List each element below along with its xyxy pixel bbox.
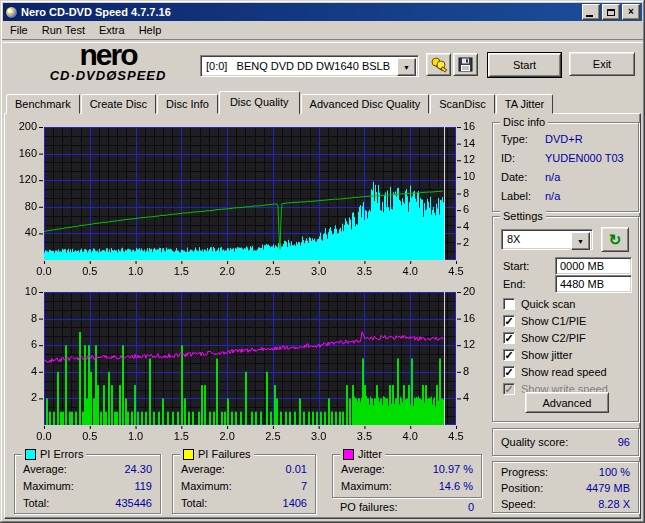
- disc-id-value: YUDEN000 T03: [545, 152, 630, 164]
- quality-score-label: Quality score:: [501, 436, 568, 448]
- start-position-label: Start:: [503, 260, 529, 272]
- tools-icon: [430, 56, 448, 73]
- refresh-button[interactable]: ↻: [601, 227, 629, 252]
- disc-date-label: Date:: [501, 171, 527, 183]
- menubar: FileRun TestExtraHelp: [3, 21, 642, 39]
- window-title: Nero CD-DVD Speed 4.7.7.16: [21, 6, 582, 18]
- show-write-speed-checkbox: ✓: [503, 383, 515, 395]
- nero-logo-text: nero: [18, 42, 198, 68]
- tab-disc-quality[interactable]: Disc Quality: [219, 91, 300, 114]
- cdspeed-logo-text: CD·DVDØSPEED: [18, 68, 198, 83]
- drive-selector-value: [0:0] BENQ DVD DD DW1640 BSLB: [206, 60, 390, 72]
- app-icon: [5, 6, 18, 19]
- drive-selector[interactable]: [0:0] BENQ DVD DD DW1640 BSLB ▼: [200, 55, 419, 77]
- drive-selector-dropdown-button[interactable]: ▼: [397, 58, 416, 76]
- minimize-icon: [586, 15, 593, 17]
- checkbox-row-show-c2-pif[interactable]: ✓Show C2/PIF: [503, 331, 586, 345]
- advanced-button-label: Advanced: [543, 397, 592, 409]
- tab-scandisc[interactable]: ScanDisc: [430, 94, 494, 114]
- pi-errors-chart: [6, 117, 484, 280]
- checkbox-row-quick-scan[interactable]: Quick scan: [503, 297, 575, 311]
- quality-score-box: Quality score: 96: [492, 428, 639, 456]
- pi-errors-total: 435446: [115, 497, 152, 509]
- close-icon: ×: [628, 7, 634, 17]
- show-c2-pif-checkbox[interactable]: ✓: [503, 332, 515, 344]
- menu-item-file[interactable]: File: [3, 22, 35, 38]
- pi-errors-title: PI Errors: [40, 448, 83, 460]
- disc-type-label: Type:: [501, 133, 528, 145]
- tab-ta-jitter[interactable]: TA Jitter: [496, 94, 554, 114]
- jitter-maximum-label: Maximum:: [341, 480, 392, 492]
- show-read-speed-checkbox[interactable]: ✓: [503, 366, 515, 378]
- pi-failures-maximum-label: Maximum:: [181, 480, 232, 492]
- progress-box: Progress: 100 % Position: 4479 MB Speed:…: [492, 461, 639, 513]
- pi-failures-average: 0.01: [286, 463, 307, 475]
- pi-errors-swatch: [25, 449, 36, 460]
- exit-button-label: Exit: [593, 58, 611, 70]
- pi-errors-stats-box: PI Errors Average:24.30 Maximum:119 Tota…: [14, 454, 161, 514]
- exit-button[interactable]: Exit: [569, 52, 635, 76]
- refresh-icon: ↻: [609, 231, 622, 249]
- menu-item-extra[interactable]: Extra: [92, 22, 132, 38]
- save-button[interactable]: [453, 53, 478, 76]
- pi-failures-total-label: Total:: [181, 497, 207, 509]
- progress-value: 100 %: [599, 466, 630, 478]
- end-position-label: End:: [503, 278, 526, 290]
- checkbox-row-show-jitter[interactable]: ✓Show jitter: [503, 348, 572, 362]
- pi-errors-maximum-label: Maximum:: [23, 480, 74, 492]
- position-label: Position:: [501, 482, 543, 494]
- start-button[interactable]: Start: [487, 52, 562, 78]
- menu-item-help[interactable]: Help: [132, 22, 169, 38]
- tab-disc-info[interactable]: Disc Info: [157, 94, 218, 114]
- disc-label-label: Label:: [501, 190, 531, 202]
- progress-label: Progress:: [501, 466, 548, 478]
- checkbox-row-show-read-speed[interactable]: ✓Show read speed: [503, 365, 607, 379]
- speed-value: 8.28 X: [598, 498, 630, 510]
- scan-speed-dropdown-button[interactable]: ▼: [571, 232, 590, 250]
- po-failures-value: 0: [468, 501, 474, 513]
- minimize-button[interactable]: [582, 4, 600, 20]
- menu-item-run-test[interactable]: Run Test: [35, 22, 92, 38]
- maximize-button[interactable]: [602, 4, 620, 20]
- disc-date-value: n/a: [545, 171, 630, 183]
- pi-failures-stats-box: PI Failures Average:0.01 Maximum:7 Total…: [172, 454, 316, 514]
- show-jitter-label: Show jitter: [521, 349, 572, 361]
- tab-create-disc[interactable]: Create Disc: [81, 94, 156, 114]
- pi-failures-total: 1406: [283, 497, 307, 509]
- pi-errors-average-label: Average:: [23, 463, 67, 475]
- advanced-button[interactable]: Advanced: [525, 392, 609, 413]
- quick-scan-label: Quick scan: [521, 298, 575, 310]
- jitter-title: Jitter: [358, 448, 382, 460]
- titlebar[interactable]: Nero CD-DVD Speed 4.7.7.16 ×: [3, 3, 642, 21]
- end-position-field[interactable]: 4480 MB: [555, 275, 632, 293]
- pi-failures-title: PI Failures: [198, 448, 251, 460]
- close-button[interactable]: ×: [622, 4, 640, 20]
- po-failures-row: PO failures: 0: [340, 501, 474, 513]
- tab-benchmark[interactable]: Benchmark: [6, 94, 80, 114]
- jitter-swatch: [343, 449, 354, 460]
- pi-errors-maximum: 119: [134, 480, 152, 492]
- tab-advanced-disc-quality[interactable]: Advanced Disc Quality: [301, 94, 430, 114]
- save-icon: [458, 57, 473, 72]
- show-read-speed-label: Show read speed: [521, 366, 607, 378]
- pi-failures-average-label: Average:: [181, 463, 225, 475]
- show-jitter-checkbox[interactable]: ✓: [503, 349, 515, 361]
- quality-score-value: 96: [618, 436, 630, 448]
- pi-failures-jitter-chart: [6, 282, 484, 445]
- start-button-label: Start: [488, 53, 561, 77]
- quick-scan-checkbox[interactable]: [503, 298, 515, 310]
- checkbox-row-show-c1-pie[interactable]: ✓Show C1/PIE: [503, 314, 586, 328]
- nero-logo: nero CD·DVDØSPEED: [18, 42, 198, 83]
- tools-button[interactable]: [426, 53, 451, 76]
- jitter-maximum: 14.6 %: [439, 480, 473, 492]
- chevron-down-icon: ▼: [577, 238, 584, 245]
- start-position-field[interactable]: 0000 MB: [555, 257, 632, 275]
- jitter-stats-box: Jitter Average:10.97 % Maximum:14.6 %: [332, 454, 482, 498]
- disc-info-title: Disc info: [500, 116, 548, 128]
- disc-info-groupbox: Disc info Type: DVD+R ID: YUDEN000 T03 D…: [492, 122, 639, 212]
- show-c1-pie-checkbox[interactable]: ✓: [503, 315, 515, 327]
- speed-label: Speed:: [501, 498, 536, 510]
- jitter-average: 10.97 %: [433, 463, 473, 475]
- scan-speed-select[interactable]: 8X ▼: [501, 229, 593, 250]
- chevron-down-icon: ▼: [403, 64, 410, 71]
